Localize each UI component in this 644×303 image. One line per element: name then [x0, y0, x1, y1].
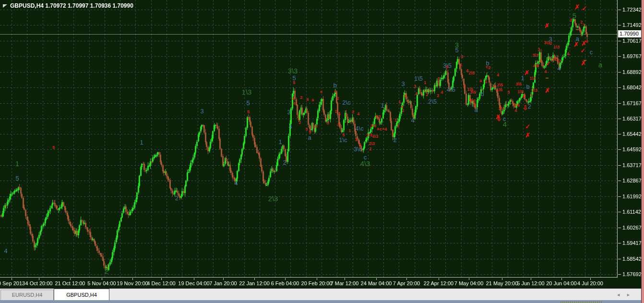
price-axis-label: 1.60267: [622, 225, 642, 230]
time-tick: [531, 278, 531, 280]
price-tick: [618, 119, 621, 119]
price-axis-label: 1.64592: [622, 146, 642, 152]
time-axis-label: 4 Jul 20:00: [577, 280, 603, 286]
time-axis-label: 22 Jan 12:00: [239, 280, 270, 286]
chart-title-text: GBPUSD,H4 1.70972 1.70997 1.70936 1.7099…: [10, 2, 133, 9]
price-tick: [618, 228, 621, 228]
time-axis-label: 22 Apr 12:00: [424, 280, 453, 286]
price-axis-label: 1.63717: [622, 162, 642, 168]
time-tick: [469, 278, 469, 280]
background-window-edge: [641, 0, 644, 303]
price-axis-label: 1.61992: [622, 194, 642, 199]
time-tick: [317, 278, 317, 280]
taskbar-dotted-fragment: [561, 302, 602, 303]
price-tick: [618, 259, 621, 259]
time-tick: [376, 278, 377, 280]
price-axis-label: 1.67167: [622, 100, 642, 106]
current-price-tag: 1.70990: [618, 30, 641, 37]
time-axis-label: 0 Sep 2013: [0, 280, 25, 286]
price-axis-label: 1.72342: [622, 7, 642, 12]
time-axis-label: 4 Dec 12:00: [147, 280, 175, 286]
tab-scroll-left-icon[interactable]: ◄: [616, 292, 626, 297]
candlestick-canvas[interactable]: [0, 0, 618, 278]
tab-eurusd-h4[interactable]: EURUSD,H4: [0, 290, 54, 301]
time-tick: [590, 278, 591, 280]
price-axis-label: 1.61142: [622, 209, 641, 215]
time-axis-label: 7 Mar 12:00: [331, 280, 359, 286]
price-tick: [618, 25, 621, 25]
time-tick: [254, 278, 255, 280]
tab-scroll-arrows[interactable]: ◄►: [616, 292, 636, 297]
time-axis-label: 7 Jan 20:00: [209, 280, 237, 286]
price-axis-label: 1.58542: [622, 256, 642, 262]
time-tick: [132, 278, 133, 280]
time-tick: [502, 278, 502, 280]
time-tick: [406, 278, 407, 280]
price-tick: [618, 181, 621, 181]
price-axis-label: 1.62867: [622, 178, 642, 183]
chart-tab-bar: EURUSD,H4 GBPUSD,H4 ◄►: [0, 288, 641, 300]
time-tick: [345, 278, 345, 280]
price-axis-label: 1.57692: [622, 271, 642, 277]
time-axis-label: 6 Feb 04:00: [271, 280, 299, 286]
chart-plot-area[interactable]: 121\32\33\34\3345a541234534125ab2\c1\c4\…: [0, 0, 618, 278]
mt4-terminal: 121\32\33\34\3345a541234534125ab2\c1\c4\…: [0, 0, 644, 303]
time-axis-label: 7 May 04:00: [454, 280, 484, 286]
time-axis-label: 20 Jun 04:00: [546, 280, 577, 286]
time-tick: [439, 278, 439, 280]
time-axis-label: 7 Apr 20:00: [393, 280, 420, 286]
price-axis-label: 1.68042: [622, 85, 642, 90]
price-axis-label: 1.71492: [622, 22, 642, 28]
time-axis[interactable]: 0 Sep 20134 Oct 20:0021 Oct 12:005 Nov 0…: [0, 278, 641, 288]
time-axis-label: 24 Mar 04:00: [361, 280, 392, 286]
price-tick: [618, 274, 621, 275]
time-axis-label: 19 Dec 04:00: [178, 280, 209, 286]
time-tick: [561, 278, 562, 280]
time-axis-label: 19 Nov 20:00: [117, 280, 148, 286]
price-tick: [618, 10, 621, 10]
price-axis-label: 1.59417: [622, 240, 642, 246]
time-axis-label: 21 May 20:00: [486, 280, 518, 286]
tab-gbpusd-h4[interactable]: GBPUSD,H4: [54, 289, 109, 301]
price-tick: [618, 165, 621, 166]
time-tick: [12, 278, 12, 280]
price-tick: [618, 149, 621, 150]
time-axis-label: 20 Feb 20:00: [301, 280, 333, 286]
price-axis[interactable]: 1.723421.714921.706171.697671.688921.680…: [618, 0, 641, 278]
time-axis-label: 5 Nov 04:00: [87, 280, 116, 286]
price-tick: [618, 212, 621, 212]
price-tick: [618, 41, 621, 41]
price-tick: [618, 103, 621, 104]
status-strip: [0, 300, 641, 303]
time-axis-label: 21 Oct 12:00: [55, 280, 85, 286]
time-tick: [161, 278, 162, 280]
price-axis-label: 1.69767: [622, 53, 642, 59]
chart-symbol-marker-icon: [3, 4, 7, 8]
time-tick: [102, 278, 102, 280]
time-tick: [194, 278, 194, 280]
time-tick: [39, 278, 39, 280]
time-tick: [285, 278, 286, 280]
price-tick: [618, 134, 621, 134]
time-tick: [223, 278, 224, 280]
time-tick: [70, 278, 71, 280]
price-tick: [618, 196, 621, 197]
price-tick: [618, 243, 621, 243]
time-axis-label: 5 Jun 12:00: [517, 280, 545, 286]
price-tick: [618, 56, 621, 57]
price-axis-label: 1.65442: [622, 131, 642, 137]
price-axis-label: 1.68892: [622, 69, 642, 75]
chart-title: GBPUSD,H4 1.70972 1.70997 1.70936 1.7099…: [3, 2, 133, 9]
time-axis-label: 4 Oct 20:00: [25, 280, 53, 286]
price-tick: [618, 87, 621, 88]
tab-scroll-right-icon[interactable]: ►: [626, 292, 636, 297]
price-tick: [618, 72, 621, 73]
price-axis-label: 1.70617: [622, 38, 642, 44]
price-axis-label: 1.66317: [622, 116, 642, 121]
